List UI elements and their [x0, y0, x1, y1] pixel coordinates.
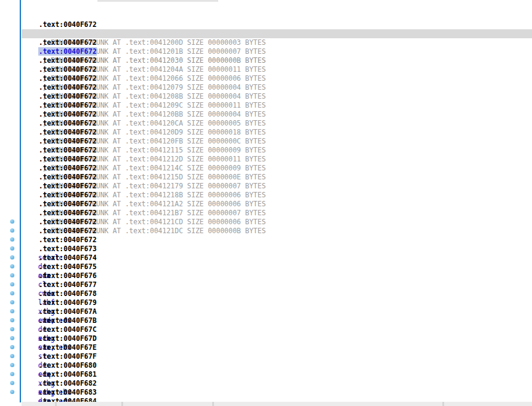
line-marker-dot [10, 264, 14, 268]
line-marker-dot [10, 372, 14, 376]
line-marker-dot [10, 318, 14, 322]
disasm-line[interactable]: .text:0040F67A dec ecx [22, 289, 532, 298]
line-marker-dot [10, 354, 14, 358]
disassembly-listing: .text:0040F672 ; FUNCTION CHUNK AT .text… [0, 2, 532, 397]
disasm-line[interactable]: .text:0040F680 xchg eax, ebx [22, 343, 532, 352]
disasm-line[interactable]: .text:0040F682 daa [22, 361, 532, 370]
disasm-line[interactable]: .text:0040F672 ; FUNCTION CHUNK AT .text… [22, 137, 532, 146]
disasm-line[interactable]: .text:0040F672 ; FUNCTION CHUNK AT .text… [22, 56, 532, 65]
disasm-line[interactable]: .text:0040F67F cdq [22, 334, 532, 343]
disasm-line[interactable]: .text:0040F672 ; FUNCTION CHUNK AT .text… [22, 191, 532, 200]
disasm-line[interactable]: .text:0040F672 ; FUNCTION CHUNK AT .text… [22, 38, 532, 47]
disasm-line[interactable]: .text:0040F672 ; FUNCTION CHUNK AT .text… [22, 119, 532, 128]
disasm-line[interactable]: .text:0040F673 dec edx [22, 227, 532, 236]
line-marker-dot [10, 309, 14, 313]
disasm-line[interactable]: .text:0040F672 ; FUNCTION CHUNK AT .text… [22, 101, 532, 110]
line-marker-dot [10, 219, 14, 224]
disasm-line[interactable]: .text:0040F685 inc edx [22, 388, 532, 397]
disasm-line[interactable]: .text:0040F672 ; FUNCTION CHUNK AT .text… [22, 146, 532, 155]
line-marker-dot [10, 327, 14, 331]
disasm-line[interactable]: .text:0040F684 inc edx [22, 379, 532, 388]
disassembly-pane: .text:0040F672 ; FUNCTION CHUNK AT .text… [0, 0, 532, 406]
line-marker-dot [10, 345, 14, 349]
disasm-line[interactable]: .text:0040F672 ; FUNCTION CHUNK AT .text… [22, 65, 532, 74]
line-marker-dot [10, 291, 14, 295]
disasm-line[interactable]: .text:0040F672 ; FUNCTION CHUNK AT .text… [22, 11, 532, 20]
disasm-line[interactable]: .text:0040F67C stc [22, 307, 532, 316]
disasm-line[interactable]: .text:0040F672 ; FUNCTION CHUNK AT .text… [22, 182, 532, 191]
line-marker-dot [10, 282, 14, 286]
disasm-line[interactable]: .text:0040F67B xchg eax, ebx [22, 298, 532, 307]
disasm-line[interactable]: .text:0040F679 cwde [22, 280, 532, 289]
line-marker-dot [10, 381, 14, 385]
line-marker-dot [10, 390, 14, 394]
disasm-line[interactable]: .text:0040F672 ; FUNCTION CHUNK AT .text… [22, 110, 532, 119]
disasm-line[interactable]: .text:0040F672 [22, 209, 532, 218]
disasm-line[interactable]: .text:0040F67E dec ecx [22, 325, 532, 334]
bottom-panel-edge [22, 402, 532, 406]
disasm-line[interactable]: .text:0040F678 xchg eax, edx [22, 271, 532, 280]
disasm-line[interactable]: .text:0040F672 ; FUNCTION CHUNK AT .text… [22, 173, 532, 182]
disasm-line[interactable]: .text:0040F672 setalc [22, 218, 532, 227]
disasm-line[interactable]: .text:0040F672 ; FUNCTION CHUNK AT .text… [22, 20, 532, 29]
bottom-bar-separator [442, 402, 444, 406]
line-marker-dot [10, 273, 14, 277]
disasm-line[interactable]: .text:0040F683 dec ecx [22, 370, 532, 379]
disasm-line[interactable]: .text:0040F67D stc [22, 316, 532, 325]
disasm-line[interactable]: .text:0040F672 ; FUNCTION CHUNK AT .text… [22, 83, 532, 92]
bottom-bar-separator [55, 402, 57, 406]
disasm-line[interactable]: .text:0040F675 clc [22, 245, 532, 254]
bottom-bar-separator [212, 402, 214, 406]
line-marker-dot [10, 255, 14, 260]
disasm-line[interactable]: .text:0040F672 ; FUNCTION CHUNK AT .text… [22, 92, 532, 101]
line-marker-dot [10, 300, 14, 304]
disasm-line-selected[interactable]: .text:0040F672 ; FUNCTION CHUNK AT .text… [22, 29, 532, 38]
disasm-line[interactable]: .text:0040F681 xchg eax, edx [22, 352, 532, 361]
disasm-line[interactable]: .text:0040F672 ; FUNCTION CHUNK AT .text… [22, 155, 532, 164]
disasm-line[interactable]: .text:0040F677 lahf [22, 262, 532, 271]
disasm-line[interactable]: .text:0040F672 ; FUNCTION CHUNK AT .text… [22, 200, 532, 209]
disasm-line[interactable]: .text:0040F672 ; FUNCTION CHUNK AT .text… [22, 47, 532, 56]
disasm-line[interactable]: .text:0040F674 aaa [22, 236, 532, 245]
line-marker-dot [10, 237, 14, 242]
disasm-line[interactable]: .text:0040F672 ; FUNCTION CHUNK AT .text… [22, 2, 532, 11]
line-marker-dot [10, 246, 14, 251]
line-marker-dot [10, 363, 14, 367]
bottom-bar-separator [121, 402, 123, 406]
disasm-line[interactable]: .text:0040F672 ; FUNCTION CHUNK AT .text… [22, 164, 532, 173]
disasm-line[interactable]: .text:0040F676 cwde [22, 254, 532, 262]
disasm-line[interactable]: .text:0040F672 ; FUNCTION CHUNK AT .text… [22, 74, 532, 83]
top-scrollbar-fragment [97, 0, 218, 2]
line-marker-dot [10, 336, 14, 340]
disasm-line[interactable]: .text:0040F672 ; FUNCTION CHUNK AT .text… [22, 128, 532, 137]
line-marker-dot [10, 228, 14, 233]
